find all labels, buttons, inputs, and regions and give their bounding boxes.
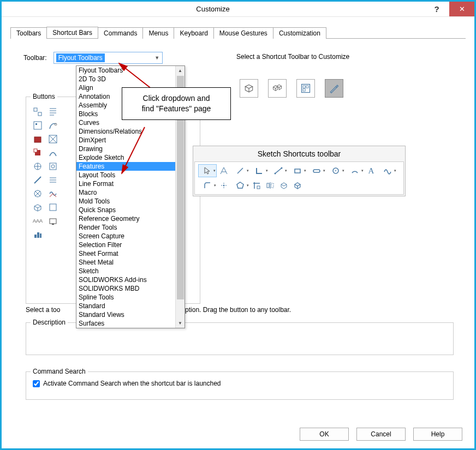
svg-rect-1 [303,86,305,88]
context-drawing-button[interactable] [296,79,315,98]
svg-rect-19 [52,224,54,225]
grid-icon[interactable] [32,119,44,131]
dropdown-item[interactable]: Line Format [76,179,175,188]
grid-icon[interactable] [47,188,59,200]
svg-point-29 [223,185,225,187]
grid-icon[interactable] [47,174,59,186]
context-sketch-button[interactable] [325,79,343,98]
grid-icon[interactable] [47,201,59,213]
tab-customization[interactable]: Customization [273,27,326,39]
smart-dimension-tool[interactable] [217,164,230,177]
grid-icon[interactable] [32,160,44,172]
grid-icon[interactable] [47,119,59,131]
tab-shortcut-bars[interactable]: Shortcut Bars [46,27,98,38]
trim-tool[interactable] [250,179,263,192]
grid-icon[interactable] [32,229,44,241]
scroll-down-icon[interactable]: ▼ [176,319,185,328]
context-part-button[interactable] [240,79,258,98]
dropdown-item[interactable]: Standard Views [76,310,175,319]
title-bar: Customize ? ✕ [2,2,474,17]
svg-rect-25 [295,169,300,173]
dropdown-item[interactable]: Quick Snaps [76,206,175,214]
chevron-down-icon[interactable]: ▼ [152,52,162,63]
dropdown-item[interactable]: Reference Geometry [76,214,175,223]
svg-rect-32 [267,183,269,188]
dropdown-item[interactable]: Drawing [76,145,175,153]
buttons-legend: Buttons [31,93,57,100]
line-tool[interactable] [231,164,249,177]
grid-icon[interactable] [47,147,59,159]
grid-icon[interactable] [32,174,44,186]
spline-tool-2[interactable] [378,164,397,177]
svg-point-28 [335,170,336,171]
scroll-up-icon[interactable]: ▲ [176,66,185,75]
dropdown-item[interactable]: Standard [76,302,175,310]
grid-icon[interactable] [47,160,59,172]
grid-icon[interactable] [32,188,44,200]
dropdown-item-features[interactable]: Features [76,162,175,171]
arc-tool[interactable] [346,164,364,177]
svg-rect-6 [34,122,41,129]
rectangle-tool[interactable] [288,164,307,177]
dropdown-item[interactable]: Render Tools [76,223,175,232]
close-button[interactable]: ✕ [449,2,474,16]
slot-tool[interactable] [307,164,326,177]
help-icon[interactable]: ? [424,2,449,16]
grid-icon[interactable] [32,201,44,213]
grid-icon[interactable] [47,133,59,145]
grid-icon[interactable] [32,147,44,159]
corner-rectangle-tool[interactable] [250,164,269,177]
offset-tool[interactable] [277,179,290,192]
dropdown-item[interactable]: Screen Capture [76,232,175,241]
ok-button[interactable]: OK [300,428,349,441]
instruction-prefix: Select a too [26,306,60,314]
point-tool[interactable] [217,179,230,192]
svg-rect-2 [306,86,308,88]
toolbar-combo[interactable]: Flyout Toolbars ▼ [53,52,163,64]
tab-keyboard[interactable]: Keyboard [174,27,213,39]
help-button[interactable]: Help [413,428,462,441]
select-tool[interactable] [198,164,217,177]
mirror-tool[interactable] [264,179,277,192]
spline-tool[interactable] [269,164,288,177]
dropdown-item[interactable]: SOLIDWORKS Add-ins [76,275,175,284]
grid-icon[interactable] [32,106,44,118]
dropdown-item[interactable]: Spline Tools [76,293,175,302]
grid-icon[interactable] [32,133,44,145]
grid-icon[interactable] [47,215,59,227]
dropdown-item[interactable]: Layout Tools [76,171,175,179]
context-assembly-button[interactable] [268,79,287,98]
dropdown-item[interactable]: Surfaces [76,319,175,328]
dropdown-item[interactable]: SOLIDWORKS MBD [76,284,175,293]
dropdown-item[interactable]: Selection Filter [76,241,175,249]
svg-rect-5 [38,112,41,116]
dropdown-item[interactable]: Mold Tools [76,197,175,206]
dropdown-item[interactable]: Macro [76,188,175,197]
grid-icon[interactable] [47,106,59,118]
command-search-checkbox[interactable]: Activate Command Search when the shortcu… [33,380,221,387]
dropdown-item[interactable]: Dimensions/Relations [76,127,175,136]
dropdown-item[interactable]: Explode Sketch [76,153,175,162]
feature-tool[interactable] [291,179,304,192]
dropdown-item[interactable]: Sheet Metal [76,258,175,267]
grid-icon[interactable]: AAA [32,215,44,227]
dropdown-item[interactable]: Sketch [76,267,175,275]
dropdown-item[interactable]: DimXpert [76,136,175,145]
tab-menus[interactable]: Menus [142,27,174,39]
dropdown-item[interactable]: Sheet Format [76,249,175,258]
tab-mouse-gestures[interactable]: Mouse Gestures [213,27,273,39]
fillet-tool[interactable] [198,179,217,192]
circle-tool[interactable] [326,164,345,177]
svg-rect-7 [35,123,37,125]
dropdown-item[interactable]: Flyout Toolbars [76,66,175,75]
tab-toolbars[interactable]: Toolbars [10,27,47,39]
window-title: Customize [2,5,424,13]
command-search-check-input[interactable] [33,380,40,387]
svg-rect-31 [257,186,260,189]
cancel-button[interactable]: Cancel [356,428,406,441]
polygon-tool[interactable] [231,179,249,192]
dropdown-item[interactable]: 2D To 3D [76,75,175,83]
text-tool[interactable]: A [365,164,378,177]
tab-commands[interactable]: Commands [98,27,143,39]
command-search-legend: Command Search [31,368,88,375]
